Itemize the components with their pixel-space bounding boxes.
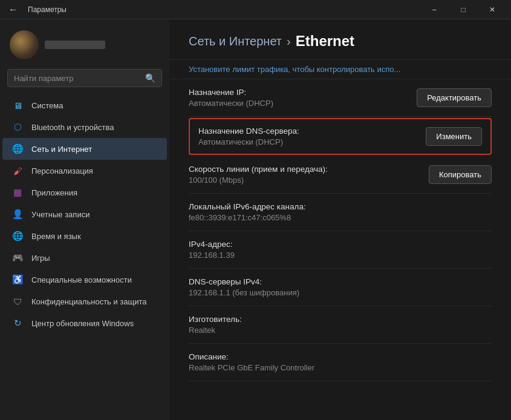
info-left-link-speed: Скорость линии (прием и передача):100/10… bbox=[189, 165, 419, 185]
breadcrumb: Сеть и Интернет › Ethernet bbox=[189, 33, 492, 50]
info-left-ipv6-local: Локальный IPv6-адрес канала:fe80::3939:e… bbox=[189, 202, 492, 222]
profile-section bbox=[0, 24, 169, 69]
main-layout: 🔍 🖥Система⬡Bluetooth и устройства🌐Сеть и… bbox=[0, 19, 511, 420]
info-label-ipv4: IPv4-адрес: bbox=[189, 240, 492, 249]
time-icon: 🌐 bbox=[12, 231, 23, 241]
window-title: Параметры bbox=[28, 5, 420, 14]
sidebar-item-update[interactable]: ↻Центр обновления Windows bbox=[2, 312, 167, 334]
close-button[interactable]: ✕ bbox=[478, 0, 506, 19]
sidebar-item-system[interactable]: 🖥Система bbox=[2, 94, 167, 116]
username bbox=[45, 41, 105, 49]
accessibility-icon: ♿ bbox=[12, 274, 23, 285]
info-label-ipv6-local: Локальный IPv6-адрес канала: bbox=[189, 202, 492, 211]
sidebar-item-label-update: Центр обновления Windows bbox=[31, 319, 134, 328]
sidebar-item-label-bluetooth: Bluetooth и устройства bbox=[31, 123, 114, 132]
sidebar-item-apps[interactable]: ▦Приложения bbox=[2, 182, 167, 203]
info-left-dns-assignment: Назначение DNS-сервера:Автоматически (DH… bbox=[198, 126, 416, 146]
info-label-manufacturer: Изготовитель: bbox=[189, 315, 492, 324]
info-row-ipv4: IPv4-адрес:192.168.1.39 bbox=[189, 231, 492, 269]
info-button-dns-assignment[interactable]: Изменить bbox=[426, 127, 482, 146]
sidebar-item-label-personalization: Персонализация bbox=[31, 166, 93, 176]
info-row-dns-ipv4: DNS-серверы IPv4:192.168.1.1 (без шифров… bbox=[189, 269, 492, 306]
info-label-link-speed: Скорость линии (прием и передача): bbox=[189, 165, 419, 174]
breadcrumb-current: Ethernet bbox=[296, 33, 354, 50]
nav-menu: 🖥Система⬡Bluetooth и устройства🌐Сеть и И… bbox=[0, 94, 169, 334]
sidebar-item-accessibility[interactable]: ♿Специальные возможности bbox=[2, 269, 167, 290]
info-button-ip-assignment[interactable]: Редактировать bbox=[417, 88, 492, 107]
bluetooth-icon: ⬡ bbox=[12, 122, 23, 133]
titlebar: ← Параметры – □ ✕ bbox=[0, 0, 511, 19]
search-input[interactable] bbox=[14, 74, 145, 83]
content-header: Сеть и Интернет › Ethernet bbox=[169, 19, 511, 60]
update-icon: ↻ bbox=[12, 318, 23, 329]
sidebar-item-gaming[interactable]: 🎮Игры bbox=[2, 247, 167, 269]
info-row-dns-assignment: Назначение DNS-сервера:Автоматически (DH… bbox=[189, 118, 492, 155]
sidebar-item-privacy[interactable]: 🛡Конфиденциальность и защита bbox=[2, 290, 167, 312]
info-label-ip-assignment: Назначение IP: bbox=[189, 88, 407, 97]
info-label-dns-assignment: Назначение DNS-сервера: bbox=[198, 126, 416, 136]
breadcrumb-separator: › bbox=[287, 34, 291, 48]
info-value-ipv6-local: fe80::3939:e171:c47:c065%8 bbox=[189, 213, 492, 222]
apps-icon: ▦ bbox=[12, 187, 23, 198]
system-icon: 🖥 bbox=[12, 100, 23, 111]
sidebar-item-label-gaming: Игры bbox=[31, 254, 50, 263]
info-value-manufacturer: Realtek bbox=[189, 326, 492, 335]
info-value-ipv4: 192.168.1.39 bbox=[189, 251, 492, 260]
sidebar-item-label-network: Сеть и Интернет bbox=[31, 145, 92, 154]
info-value-link-speed: 100/100 (Mbps) bbox=[189, 176, 419, 185]
sidebar-item-label-apps: Приложения bbox=[31, 188, 77, 197]
info-row-ip-assignment: Назначение IP:Автоматически (DHCP)Редакт… bbox=[189, 79, 492, 117]
info-value-dns-ipv4: 192.168.1.1 (без шифрования) bbox=[189, 288, 492, 297]
info-value-description: Realtek PCIe GbE Family Controller bbox=[189, 363, 492, 372]
search-box[interactable]: 🔍 bbox=[7, 69, 162, 87]
sidebar-item-time[interactable]: 🌐Время и язык bbox=[2, 225, 167, 247]
sidebar-item-bluetooth[interactable]: ⬡Bluetooth и устройства bbox=[2, 116, 167, 138]
sidebar-item-network[interactable]: 🌐Сеть и Интернет bbox=[2, 138, 167, 160]
info-button-link-speed[interactable]: Копировать bbox=[429, 165, 492, 184]
personalization-icon: 🖌 bbox=[12, 165, 23, 176]
info-left-ip-assignment: Назначение IP:Автоматически (DHCP) bbox=[189, 88, 407, 108]
sidebar-item-label-privacy: Конфиденциальность и защита bbox=[31, 297, 147, 306]
back-button[interactable]: ← bbox=[5, 3, 22, 16]
info-row-manufacturer: Изготовитель:Realtek bbox=[189, 306, 492, 344]
info-value-dns-assignment: Автоматически (DHCP) bbox=[198, 137, 416, 146]
info-left-dns-ipv4: DNS-серверы IPv4:192.168.1.1 (без шифров… bbox=[189, 277, 492, 297]
accounts-icon: 👤 bbox=[12, 209, 23, 220]
avatar bbox=[10, 30, 39, 59]
sidebar-item-label-time: Время и язык bbox=[31, 232, 81, 241]
sidebar-item-label-accessibility: Специальные возможности bbox=[31, 275, 132, 284]
gaming-icon: 🎮 bbox=[12, 252, 23, 263]
content-area: Сеть и Интернет › Ethernet Установите ли… bbox=[169, 19, 511, 420]
info-label-description: Описание: bbox=[189, 352, 492, 361]
window-controls: – □ ✕ bbox=[420, 0, 506, 19]
search-icon: 🔍 bbox=[145, 73, 155, 83]
info-left-manufacturer: Изготовитель:Realtek bbox=[189, 315, 492, 335]
info-row-link-speed: Скорость линии (прием и передача):100/10… bbox=[189, 156, 492, 194]
info-row-description: Описание:Realtek PCIe GbE Family Control… bbox=[189, 344, 492, 381]
privacy-icon: 🛡 bbox=[12, 296, 23, 307]
sidebar-item-label-system: Система bbox=[31, 101, 63, 110]
info-left-description: Описание:Realtek PCIe GbE Family Control… bbox=[189, 352, 492, 372]
breadcrumb-parent[interactable]: Сеть и Интернет bbox=[189, 34, 282, 48]
info-label-dns-ipv4: DNS-серверы IPv4: bbox=[189, 277, 492, 286]
info-left-ipv4: IPv4-адрес:192.168.1.39 bbox=[189, 240, 492, 260]
info-row-ipv6-local: Локальный IPv6-адрес канала:fe80::3939:e… bbox=[189, 194, 492, 231]
maximize-button[interactable]: □ bbox=[449, 0, 477, 19]
sidebar-item-label-accounts: Учетные записи bbox=[31, 210, 90, 219]
network-icon: 🌐 bbox=[12, 143, 23, 154]
content-body: Назначение IP:Автоматически (DHCP)Редакт… bbox=[169, 79, 511, 420]
sidebar-item-accounts[interactable]: 👤Учетные записи bbox=[2, 203, 167, 225]
scroll-hint-bar: Установите лимит трафика, чтобы контроли… bbox=[169, 60, 511, 79]
minimize-button[interactable]: – bbox=[420, 0, 448, 19]
sidebar-item-personalization[interactable]: 🖌Персонализация bbox=[2, 160, 167, 182]
info-value-ip-assignment: Автоматически (DHCP) bbox=[189, 99, 407, 108]
sidebar: 🔍 🖥Система⬡Bluetooth и устройства🌐Сеть и… bbox=[0, 19, 169, 420]
